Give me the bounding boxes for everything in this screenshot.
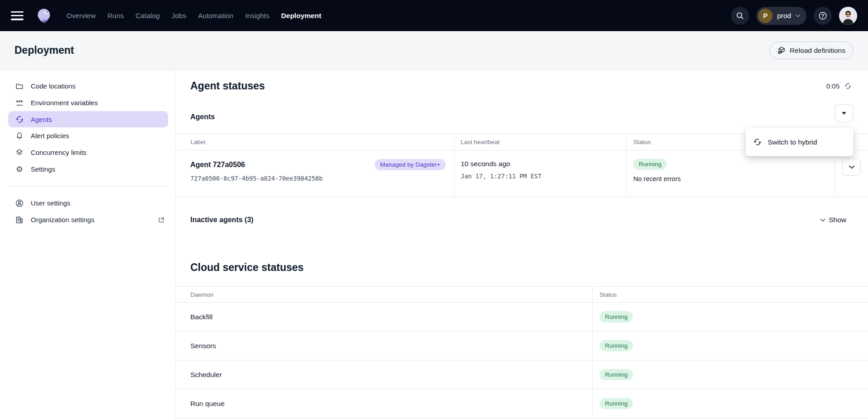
daemon-status-badge: Running bbox=[599, 340, 633, 351]
menu-item-switch-to-hybrid[interactable]: Switch to hybrid bbox=[745, 128, 854, 156]
heartbeat-timestamp: Jan 17, 1:27:11 PM EST bbox=[461, 173, 626, 180]
organization-icon bbox=[15, 215, 24, 224]
refresh-icon[interactable] bbox=[844, 82, 852, 90]
agent-icon bbox=[753, 138, 762, 146]
nav-item-automation[interactable]: Automation bbox=[198, 12, 233, 20]
agents-dropdown-menu: Switch to hybrid bbox=[745, 128, 854, 156]
sidebar-item-label: Environment variables bbox=[31, 99, 98, 107]
cloud-service-statuses-heading: Cloud service statuses bbox=[190, 261, 304, 274]
search-button[interactable] bbox=[731, 7, 749, 25]
sidebar-item-agents[interactable]: Agents bbox=[8, 111, 168, 127]
sidebar-item-label: Concurrency limits bbox=[31, 149, 86, 156]
page-title: Deployment bbox=[14, 44, 74, 56]
page-header: Deployment Reload definitions bbox=[0, 31, 868, 70]
column-header-status: Status bbox=[592, 287, 868, 302]
sidebar-item-organization-settings[interactable]: Organization settings bbox=[0, 211, 175, 228]
sidebar-item-alert-policies[interactable]: Alert policies bbox=[0, 127, 175, 144]
help-icon: ? bbox=[818, 11, 827, 20]
daemon-row-backfill: Backfill Running bbox=[175, 303, 868, 331]
sidebar-item-label: Alert policies bbox=[31, 132, 69, 140]
refresh-countdown: 0:05 bbox=[826, 82, 840, 90]
column-header-daemon: Daemon bbox=[175, 287, 592, 302]
show-inactive-agents-toggle[interactable]: Show bbox=[820, 216, 846, 224]
dagster-logo-icon[interactable] bbox=[35, 7, 52, 24]
daemon-name: Sensors bbox=[175, 331, 592, 360]
daemon-status-badge: Running bbox=[599, 311, 633, 322]
daemon-row-scheduler: Scheduler Running bbox=[175, 360, 868, 389]
sidebar-item-user-settings[interactable]: User settings bbox=[0, 195, 175, 211]
sidebar-item-concurrency-limits[interactable]: Concurrency limits bbox=[0, 144, 175, 161]
primary-nav: Overview Runs Catalog Jobs Automation In… bbox=[66, 12, 321, 20]
daemon-name: Backfill bbox=[175, 303, 592, 331]
reload-definitions-icon bbox=[777, 46, 786, 55]
workspace-initial-badge: P bbox=[758, 9, 773, 23]
help-button[interactable]: ? bbox=[814, 7, 832, 25]
layers-icon bbox=[15, 148, 24, 157]
sidebar-item-label: Organization settings bbox=[31, 216, 94, 224]
folder-icon bbox=[15, 82, 24, 91]
nav-item-runs[interactable]: Runs bbox=[108, 12, 124, 20]
menu-item-label: Switch to hybrid bbox=[768, 138, 817, 146]
reload-definitions-button[interactable]: Reload definitions bbox=[769, 42, 853, 59]
auto-refresh-control: 0:05 bbox=[826, 82, 852, 90]
topbar-right-cluster: P prod ? bbox=[731, 0, 857, 31]
workspace-switcher[interactable]: P prod bbox=[756, 7, 807, 25]
caret-down-icon bbox=[842, 112, 846, 115]
agent-name: Agent 727a0506 bbox=[190, 161, 245, 169]
user-icon bbox=[15, 199, 24, 208]
sidebar-item-label: Code locations bbox=[31, 82, 75, 90]
sidebar-item-label: Settings bbox=[31, 165, 55, 173]
agents-section-heading: Agents bbox=[190, 113, 215, 121]
external-link-icon bbox=[157, 216, 165, 224]
hamburger-menu-icon[interactable] bbox=[11, 11, 24, 20]
sidebar-item-label: User settings bbox=[31, 199, 71, 207]
daemon-status-badge: Running bbox=[599, 398, 633, 409]
chevron-down-icon bbox=[820, 219, 826, 222]
bell-icon bbox=[15, 131, 24, 140]
nav-item-catalog[interactable]: Catalog bbox=[136, 12, 160, 20]
nav-item-insights[interactable]: Insights bbox=[245, 12, 269, 20]
sidebar-item-settings[interactable]: ⚙ Settings bbox=[0, 161, 175, 177]
sidebar-item-code-locations[interactable]: Code locations bbox=[0, 78, 175, 94]
cloud-table-header: Daemon Status bbox=[175, 286, 868, 303]
chevron-down-icon bbox=[796, 14, 800, 17]
svg-text:?: ? bbox=[821, 13, 824, 18]
cloud-services-table: Daemon Status Backfill Running Sensors R… bbox=[175, 286, 868, 418]
daemon-status-badge: Running bbox=[599, 369, 633, 380]
inactive-agents-row: Inactive agents (3) Show bbox=[190, 214, 846, 226]
top-navigation-bar: Overview Runs Catalog Jobs Automation In… bbox=[0, 0, 868, 31]
agent-id: 727a0506-8c97-4b95-a024-70ee3984258b bbox=[190, 175, 446, 182]
chevron-down-icon bbox=[849, 165, 855, 169]
daemon-name: Run queue bbox=[175, 389, 592, 418]
deployment-sidebar: Code locations *** Environment variables bbox=[0, 70, 175, 420]
managed-by-badge: Managed by Dagster+ bbox=[375, 159, 446, 170]
agent-icon bbox=[15, 115, 24, 124]
agent-status-note: No recent errors bbox=[633, 175, 835, 182]
column-header-last-heartbeat: Last heartbeat bbox=[454, 134, 626, 150]
show-toggle-label: Show bbox=[829, 216, 846, 224]
inactive-agents-heading: Inactive agents (3) bbox=[190, 216, 254, 224]
nav-item-deployment[interactable]: Deployment bbox=[281, 12, 321, 20]
agent-statuses-heading: Agent statuses bbox=[190, 80, 265, 92]
reload-definitions-label: Reload definitions bbox=[790, 47, 845, 55]
nav-item-overview[interactable]: Overview bbox=[66, 12, 96, 20]
workspace-name: prod bbox=[777, 12, 791, 20]
svg-text:***: *** bbox=[16, 98, 23, 105]
agent-table-row: Agent 727a0506 Managed by Dagster+ 727a0… bbox=[175, 150, 868, 197]
daemon-name: Scheduler bbox=[175, 360, 592, 389]
sidebar-item-environment-variables[interactable]: *** Environment variables bbox=[0, 94, 175, 111]
agent-row-menu-button[interactable] bbox=[842, 159, 861, 176]
search-icon bbox=[736, 11, 745, 20]
user-avatar[interactable] bbox=[839, 7, 857, 25]
daemon-row-run-queue: Run queue Running bbox=[175, 389, 868, 418]
agents-actions-dropdown-button[interactable] bbox=[835, 104, 853, 122]
sidebar-divider bbox=[8, 186, 168, 186]
sidebar-item-label: Agents bbox=[31, 116, 52, 123]
agent-status-badge: Running bbox=[633, 159, 667, 170]
nav-item-jobs[interactable]: Jobs bbox=[171, 12, 186, 20]
column-header-label: Label bbox=[175, 134, 454, 150]
heartbeat-relative: 10 seconds ago bbox=[461, 160, 626, 168]
gear-icon: ⚙ bbox=[15, 165, 24, 174]
main-content: Agent statuses 0:05 Agents Label Last he… bbox=[175, 70, 868, 420]
daemon-row-sensors: Sensors Running bbox=[175, 331, 868, 360]
